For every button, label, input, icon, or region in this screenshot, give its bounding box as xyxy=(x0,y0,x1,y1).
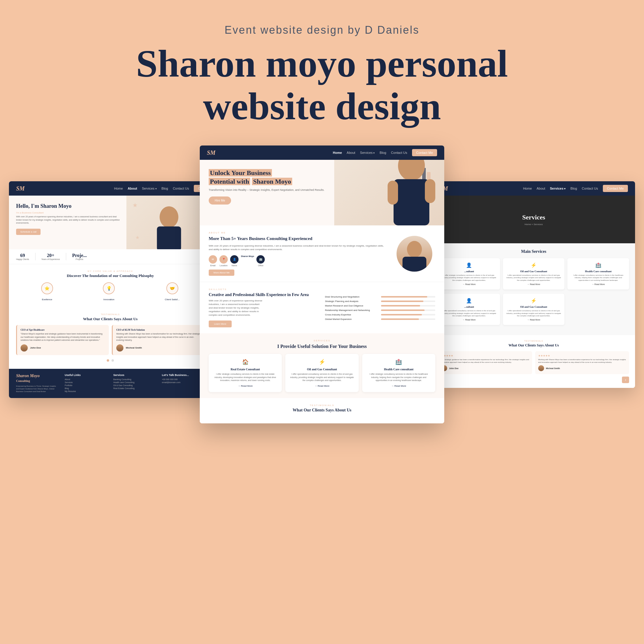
footer-links-title: Useful Links xyxy=(65,374,107,377)
right-nav-about[interactable]: About xyxy=(537,187,545,190)
hero-text: Unlock Your Business Potential with Shar… xyxy=(209,169,333,205)
skill-4: Cross-Industry Expertise xyxy=(325,313,435,316)
service-icon-0: 🏠 xyxy=(212,359,278,365)
footer-link-services[interactable]: Services xyxy=(65,381,107,383)
footer-service-oil[interactable]: Oil & Gas Consulting xyxy=(113,384,156,386)
center-nav-services[interactable]: Services xyxy=(360,151,375,154)
test-card-0: CEO of Xpt Healthcare "Sharon Moyo's exp… xyxy=(16,325,109,355)
skill-1: Strategic Planning and Analysis xyxy=(325,300,435,303)
right-hero: Services Home » Services xyxy=(432,196,635,243)
svg-rect-4 xyxy=(388,181,398,205)
center-mockup: SM Home About Services Blog Contact Us C… xyxy=(200,145,444,423)
hire-me-button[interactable]: Hire Me xyxy=(209,196,231,205)
service-card-link-2[interactable]: → Read More xyxy=(366,385,432,387)
contact-office: 🏢 Office xyxy=(256,255,265,267)
stat-experience-number: 20+ xyxy=(41,253,60,258)
test-person-0: John Doe xyxy=(21,344,105,352)
left-nav-blog[interactable]: Blog xyxy=(162,187,168,190)
service-card-text-2: I offer strategic consultancy services t… xyxy=(366,373,432,382)
right-sc-link-1[interactable]: → Read More xyxy=(506,283,562,285)
skill-bar-bg-2 xyxy=(381,305,435,306)
center-nav-links: Home About Services Blog Contact Us Cont… xyxy=(333,149,437,156)
footer-link-resume[interactable]: My Resume xyxy=(65,390,107,392)
more-about-button[interactable]: More About Me xyxy=(209,270,234,276)
footer-link-portfolio[interactable]: Portfolio xyxy=(65,384,107,386)
services-title: I Provide Useful Solution For Your Busin… xyxy=(209,344,435,349)
hero-person-svg xyxy=(379,160,444,225)
right-sc-text-0: I offer strategic consultancy services t… xyxy=(441,274,497,281)
right-sc-link-0[interactable]: → Read More xyxy=(441,283,497,285)
service-card-link-1[interactable]: → Read More xyxy=(289,385,355,387)
left-hero-title: Hello, I'm Sharon Moyo xyxy=(16,203,120,210)
right-sc-link-2[interactable]: → Read More xyxy=(570,283,626,285)
footer-link-blog[interactable]: Blog xyxy=(65,387,107,389)
learn-more-button[interactable]: Learn More xyxy=(209,321,232,327)
right-sc-2: 🏥 Health Care consultant I offer strateg… xyxy=(567,258,629,290)
services-label: SERVICES xyxy=(209,339,435,342)
right-sc-link-4[interactable]: → Read More xyxy=(506,319,562,321)
excellence-label: Exellence xyxy=(42,298,52,301)
contact-location: 📍 Location xyxy=(219,255,228,267)
left-hero: Hello, I'm Sharon Moyo I'm a Business Co… xyxy=(9,196,212,249)
left-navbar: SM Home About Services Blog Contact Us C xyxy=(9,181,212,196)
stat-projects-number: Proje... xyxy=(72,253,87,258)
carousel-nav: › xyxy=(438,377,629,383)
center-nav-contact[interactable]: Contact Us xyxy=(391,151,407,154)
client-label: Client Satisf... xyxy=(165,298,179,301)
service-card-link-0[interactable]: → Read More xyxy=(212,385,278,387)
right-nav-blog[interactable]: Blog xyxy=(570,187,577,190)
right-service-grid-2: 👤 ...sultant I offer specialized consult… xyxy=(438,294,629,325)
skill-bar-fill-4 xyxy=(381,314,422,315)
svg-point-0 xyxy=(160,206,179,228)
skill-bar-bg-0 xyxy=(381,296,435,298)
left-nav-home[interactable]: Home xyxy=(114,187,123,190)
test-person-1: Micheal Smith xyxy=(116,344,201,352)
service-icon-1: ⚡ xyxy=(289,359,355,365)
right-nav-home[interactable]: Home xyxy=(523,187,532,190)
right-test-avatar-1 xyxy=(538,365,544,371)
footer-link-about[interactable]: About xyxy=(65,378,107,380)
skill-2: Market Research and Due Diligence xyxy=(325,304,435,307)
right-nav-services[interactable]: Services xyxy=(550,187,566,190)
left-test-title: What Our Clients Says About Us xyxy=(16,317,205,321)
left-nav-services[interactable]: Services xyxy=(142,187,157,190)
skill-label-0: Deal Structuring and Negotiation xyxy=(325,295,379,298)
schedule-call-button[interactable]: Schedule a call xyxy=(16,229,41,235)
right-test-text-0: Her strategic guidance has been a transf… xyxy=(441,358,529,363)
left-hero-desc: With over 20 years of experience spannin… xyxy=(16,215,120,225)
center-nav-about[interactable]: About xyxy=(347,151,355,154)
footer-service-health[interactable]: Health care Consulting xyxy=(113,381,156,383)
right-nav-cta[interactable]: Contact Me xyxy=(603,185,628,192)
footer-col-contact: Let's Talk Business... +00 000 000 000 e… xyxy=(162,374,205,393)
footer-service-banking[interactable]: Banking Consulting xyxy=(113,378,156,380)
innovation-icon: 💡 xyxy=(103,282,115,294)
right-sc-empty xyxy=(567,294,629,325)
center-nav-home[interactable]: Home xyxy=(333,151,342,154)
left-nav-about[interactable]: About xyxy=(128,187,137,190)
center-nav-cta[interactable]: Contact Me xyxy=(412,149,437,156)
center-nav-blog[interactable]: Blog xyxy=(380,151,386,154)
left-hero-image: ★ ★ ★ xyxy=(126,196,212,249)
skill-label-5: Global Market Expansion xyxy=(325,318,379,321)
next-button[interactable]: › xyxy=(622,377,629,383)
svg-point-2 xyxy=(398,160,425,181)
core-values-icons: ⭐ Exellence 💡 Innovation 🤝 Client Satisf… xyxy=(16,282,205,301)
right-sc-3: 👤 ...sultant I offer specialized consult… xyxy=(438,294,500,325)
center-test-title: What Our Clients Says About Us xyxy=(209,408,435,413)
right-sc-text-4: I offer specialized consultancy services… xyxy=(506,309,562,317)
right-sc-icon-0: 👤 xyxy=(441,262,497,268)
footer-phone: +00 000 000 000 xyxy=(162,378,205,380)
right-test-label: TESTIMONIALS xyxy=(438,340,629,342)
left-nav-contact[interactable]: Contact Us xyxy=(173,187,189,190)
service-card-2: 🏥 Health Care consultant I offer strateg… xyxy=(362,354,435,392)
dot-inactive xyxy=(112,359,114,362)
center-hero: Unlock Your Business Potential with Shar… xyxy=(200,160,444,225)
footer-service-realestate[interactable]: Real Estate Consulting xyxy=(113,387,156,389)
right-sc-link-3[interactable]: → Read More xyxy=(441,319,497,321)
skill-label-2: Market Research and Due Diligence xyxy=(325,304,379,307)
right-nav-links: Home About Services Blog Contact Us Cont… xyxy=(523,185,628,192)
service-card-text-0: I offer strategic consultancy services t… xyxy=(212,373,278,382)
right-test-card-0: ★★★★★ Her strategic guidance has been a … xyxy=(438,351,532,374)
right-nav-contact[interactable]: Contact Us xyxy=(582,187,598,190)
service-card-text-1: I offer specialized consultancy services… xyxy=(289,373,355,382)
